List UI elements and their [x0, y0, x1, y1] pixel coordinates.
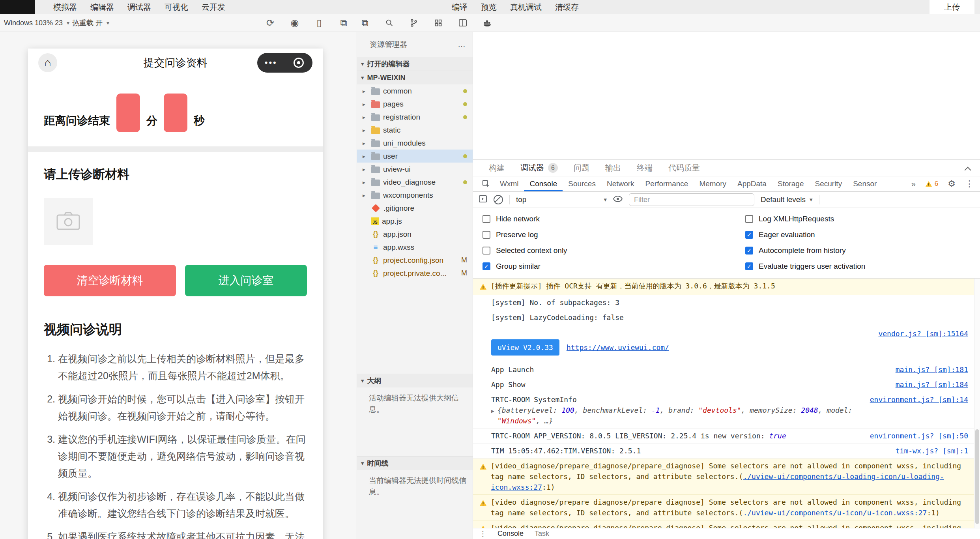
devtools-tab-sources[interactable]: Sources	[563, 176, 601, 191]
devtools-tab-storage[interactable]: Storage	[772, 176, 810, 191]
log-levels-dropdown[interactable]: Default levels	[761, 195, 813, 204]
menu-remote-debug[interactable]: 真机调试	[503, 0, 548, 14]
eye-icon[interactable]	[613, 196, 623, 204]
menu-debugger[interactable]: 调试器	[121, 0, 158, 14]
tree-file-app-json[interactable]: app.json	[357, 228, 473, 241]
tab-code-quality[interactable]: 代码质量	[668, 163, 700, 173]
uview-site-link[interactable]: https://www.uviewui.com/	[567, 342, 669, 353]
clear-materials-button[interactable]: 清空诊断材料	[44, 265, 176, 296]
tree-folder-uview-ui[interactable]: uview-ui	[357, 163, 473, 176]
devtools-tab-console[interactable]: Console	[524, 176, 563, 191]
kebab-menu-icon[interactable]	[965, 179, 974, 189]
checkbox-checked[interactable]	[745, 247, 753, 255]
menu-visualization[interactable]: 可视化	[158, 0, 195, 14]
console-sidebar-icon[interactable]	[479, 195, 487, 204]
copy-window-icon[interactable]: ⧉	[360, 18, 370, 28]
tree-folder-user[interactable]: user	[357, 150, 473, 163]
setting-hide-network[interactable]: Hide network	[473, 211, 736, 227]
console-scrollbar[interactable]	[974, 279, 980, 528]
settings-gear-icon[interactable]	[948, 179, 956, 189]
checkbox-unchecked[interactable]	[745, 215, 753, 223]
tab-problems[interactable]: 问题	[574, 163, 589, 173]
devtools-tab-wxml[interactable]: Wxml	[494, 176, 524, 191]
menu-preview[interactable]: 预览	[474, 0, 503, 14]
search-icon[interactable]	[384, 18, 395, 28]
tree-file-project-private[interactable]: project.private.co... M	[357, 267, 473, 280]
collapse-panel-icon[interactable]	[965, 166, 971, 172]
checkbox-checked[interactable]	[483, 262, 490, 270]
setting-selected-context-only[interactable]: Selected context only	[473, 243, 736, 258]
devtools-tab-security[interactable]: Security	[810, 176, 848, 191]
console-filter-input[interactable]	[629, 193, 754, 206]
checkbox-unchecked[interactable]	[483, 247, 490, 255]
menu-compile[interactable]: 编译	[445, 0, 474, 14]
tree-file-app-wxss[interactable]: app.wxss	[357, 241, 473, 254]
devtools-tab-memory[interactable]: Memory	[694, 176, 732, 191]
outline-section[interactable]: 大纲	[357, 374, 473, 387]
home-button[interactable]	[38, 53, 57, 72]
device-selector[interactable]: Windows 103% 23	[4, 14, 69, 32]
source-link[interactable]: tim-wx.js? [sm]:1	[888, 445, 968, 456]
explorer-more-icon[interactable]	[458, 40, 466, 49]
menu-cloud-dev[interactable]: 云开发	[195, 0, 232, 14]
tree-folder-static[interactable]: static	[357, 124, 473, 137]
grid-icon[interactable]	[433, 18, 443, 28]
more-dots-icon[interactable]	[257, 58, 285, 68]
app-logo[interactable]	[0, 0, 35, 14]
menu-clear-cache[interactable]: 清缓存	[548, 0, 585, 14]
more-tabs-icon[interactable]	[911, 180, 916, 189]
setting-eager-evaluation[interactable]: Eager evaluation	[736, 227, 980, 243]
project-section[interactable]: MP-WEIXIN	[357, 71, 473, 84]
tree-folder-registration[interactable]: registration	[357, 110, 473, 124]
split-view-icon[interactable]	[458, 18, 468, 28]
tree-folder-video-diagnose[interactable]: video_diagnose	[357, 176, 473, 189]
devtools-tab-network[interactable]: Network	[601, 176, 640, 191]
setting-autocomplete-history[interactable]: Autocomplete from history	[736, 243, 980, 258]
exit-target-icon[interactable]	[285, 58, 313, 68]
wxss-source-link[interactable]: ./uview-ui/components/u-icon/u-icon.wxss…	[743, 509, 927, 517]
source-link[interactable]: environment.js? [sm]:14	[862, 394, 968, 405]
source-link[interactable]: environment.js? [sm]:50	[862, 430, 968, 441]
expand-icon[interactable]	[491, 405, 497, 415]
tree-folder-wxcomponents[interactable]: wxcomponents	[357, 189, 473, 202]
tab-debugger[interactable]: 调试器 6	[520, 163, 558, 173]
menu-editor[interactable]: 编辑器	[84, 0, 121, 14]
source-link[interactable]: vendor.js? [sm]:15164	[870, 328, 968, 339]
record-icon[interactable]: ◉	[290, 18, 300, 28]
tree-file-app-js[interactable]: app.js	[357, 215, 473, 228]
enter-room-button[interactable]: 进入问诊室	[185, 265, 307, 296]
kebab-menu-icon[interactable]	[479, 530, 486, 538]
multi-window-icon[interactable]: ⧉	[339, 18, 349, 28]
menu-upload[interactable]: 上传	[937, 0, 967, 14]
setting-group-similar[interactable]: Group similar	[473, 258, 736, 274]
context-selector[interactable]: top	[516, 195, 607, 204]
scrollbar-thumb[interactable]	[975, 429, 979, 524]
source-link[interactable]: main.js? [sm]:184	[888, 379, 968, 390]
bottom-tab-console[interactable]: Console	[497, 530, 524, 538]
tab-output[interactable]: 输出	[605, 163, 621, 173]
tree-file-project-config[interactable]: project.config.json M	[357, 254, 473, 267]
tree-folder-uni-modules[interactable]: uni_modules	[357, 137, 473, 150]
bottom-tab-task[interactable]: Task	[535, 530, 549, 538]
source-link[interactable]: main.js? [sm]:181	[888, 364, 968, 375]
open-editors-section[interactable]: 打开的编辑器	[357, 57, 473, 71]
tab-build[interactable]: 构建	[489, 163, 505, 173]
checkbox-checked[interactable]	[745, 231, 753, 239]
devtools-tab-sensor[interactable]: Sensor	[847, 176, 882, 191]
checkbox-checked[interactable]	[745, 262, 753, 270]
git-branch-icon[interactable]	[409, 18, 419, 28]
warning-count-badge[interactable]: 6	[925, 180, 938, 188]
phone-preview-icon[interactable]: ▯	[314, 18, 324, 28]
setting-evaluate-user-activation[interactable]: Evaluate triggers user activation	[736, 258, 980, 274]
setting-log-xhr[interactable]: Log XMLHttpRequests	[736, 211, 980, 227]
setting-preserve-log[interactable]: Preserve log	[473, 227, 736, 243]
menu-simulator[interactable]: 模拟器	[47, 0, 84, 14]
hot-reload-toggle[interactable]: 热重载 开	[72, 14, 109, 32]
timeline-section[interactable]: 时间线	[357, 456, 473, 470]
tree-folder-common[interactable]: common	[357, 84, 473, 97]
tab-terminal[interactable]: 终端	[637, 163, 653, 173]
devtools-tab-performance[interactable]: Performance	[640, 176, 694, 191]
checkbox-unchecked[interactable]	[483, 231, 490, 239]
clear-console-icon[interactable]	[494, 195, 503, 204]
checkbox-unchecked[interactable]	[483, 215, 490, 223]
